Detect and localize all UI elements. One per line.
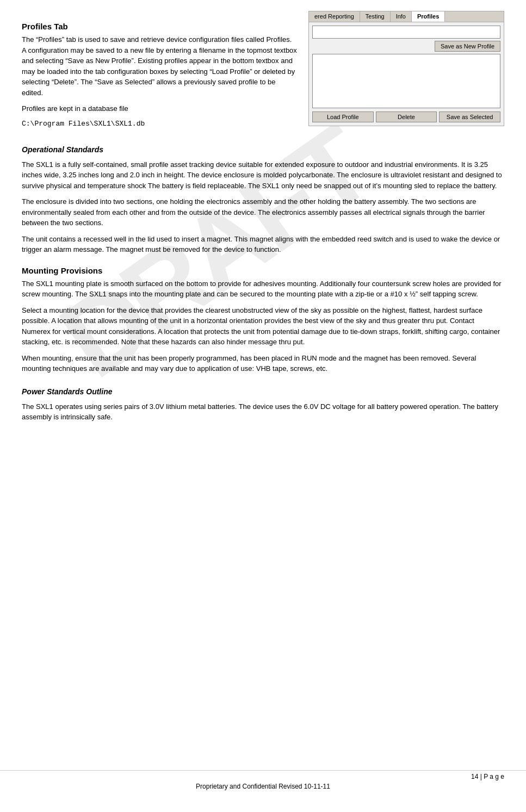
copyright-text: Proprietary and Confidential Revised 10-…: [0, 783, 526, 790]
profile-name-input[interactable]: [312, 26, 500, 39]
save-new-profile-button[interactable]: Save as New Profile: [435, 41, 500, 52]
tab-profiles[interactable]: Profiles: [412, 11, 445, 22]
tab-testing[interactable]: Testing: [360, 11, 391, 22]
page-number: 14 | P a g e: [0, 773, 526, 780]
widget-tabs: ered Reporting Testing Info Profiles: [309, 11, 504, 22]
profiles-description: The “Profiles” tab is used to save and r…: [22, 34, 298, 98]
mounting-para-2: Select a mounting location for the devic…: [22, 305, 504, 348]
page-footer: 14 | P a g e Proprietary and Confidentia…: [0, 770, 526, 790]
load-profile-button[interactable]: Load Profile: [312, 111, 374, 122]
save-as-selected-button[interactable]: Save as Selected: [439, 111, 500, 122]
profiles-listbox[interactable]: [312, 54, 500, 108]
operational-para-1: The SXL1 is a fully self-contained, smal…: [22, 159, 504, 191]
profiles-tab-heading: Profiles Tab: [22, 22, 298, 31]
profiles-widget: ered Reporting Testing Info Profiles Sav…: [308, 11, 504, 126]
delete-button[interactable]: Delete: [376, 111, 437, 122]
mounting-para-3: When mounting, ensure that the unit has …: [22, 353, 504, 374]
tab-info[interactable]: Info: [391, 11, 412, 22]
profiles-db-note: Profiles are kept in a database file: [22, 103, 298, 114]
power-para-1: The SXL1 operates using series pairs of …: [22, 401, 504, 423]
mounting-provisions-heading: Mounting Provisions: [22, 266, 504, 275]
operational-para-3: The unit contains a recessed well in the…: [22, 234, 504, 255]
operational-standards-heading: Operational Standards: [22, 145, 504, 154]
profiles-filepath: C:\Program Files\SXL1\SXL1.db: [22, 120, 298, 128]
power-standards-heading: Power Standards Outline: [22, 387, 504, 396]
operational-para-2: The enclosure is divided into two sectio…: [22, 196, 504, 228]
profiles-section: Profiles Tab The “Profiles” tab is used …: [22, 11, 298, 132]
mounting-para-1: The SXL1 mounting plate is smooth surfac…: [22, 278, 504, 300]
widget-bottom-buttons: Load Profile Delete Save as Selected: [312, 111, 500, 122]
tab-reporting[interactable]: ered Reporting: [309, 11, 360, 22]
widget-body: Save as New Profile Load Profile Delete …: [309, 22, 504, 126]
